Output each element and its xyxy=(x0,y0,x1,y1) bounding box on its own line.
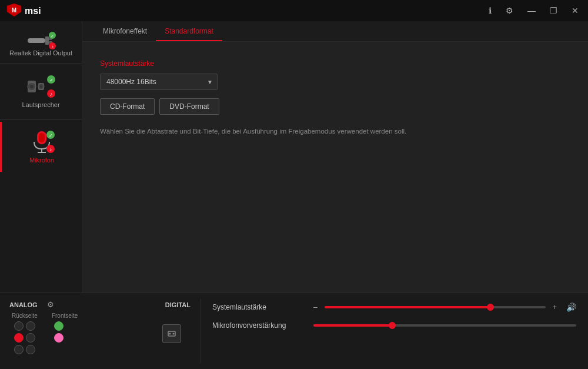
msi-logo-svg: M msi xyxy=(6,2,47,19)
minimize-button[interactable]: — xyxy=(524,5,539,16)
svg-point-16 xyxy=(40,85,42,88)
svg-rect-3 xyxy=(28,38,45,43)
system-volume-label: Systemlautstärke xyxy=(212,303,306,311)
dropdown-row: 48000Hz 16Bits 44100Hz 16Bits 48000Hz 24… xyxy=(100,74,570,90)
analog-gear-icon[interactable]: ⚙ xyxy=(47,300,54,309)
svg-text:M: M xyxy=(12,7,16,14)
description-text: Wählen Sie die Abtastrate und Bit-Tiefe,… xyxy=(100,127,570,137)
digital-port-box[interactable] xyxy=(162,324,181,343)
mic-boost-track[interactable] xyxy=(313,324,576,327)
svg-text:msi: msi xyxy=(25,6,41,16)
system-volume-slider-row: Systemlautstärke – + 🔊 xyxy=(212,302,576,312)
dvd-format-button[interactable]: DVD-Format xyxy=(159,98,219,115)
titlebar: M msi ℹ ⚙ — ❐ ✕ xyxy=(0,0,588,21)
svg-rect-22 xyxy=(39,133,45,142)
svg-text:✓: ✓ xyxy=(49,78,53,83)
cable-icon: ✓ ♪ xyxy=(26,32,56,49)
digital-port-icon xyxy=(167,329,176,338)
sidebar-item-lautsprecher[interactable]: ✓ ♪ Lautsprecher xyxy=(0,67,82,117)
svg-rect-4 xyxy=(45,36,49,45)
port-grid-row: Rückseite Frontseite xyxy=(9,313,191,354)
port-dot-r5[interactable] xyxy=(14,345,24,354)
bottom-left-panel: ANALOG ⚙ DIGITAL Rückseite xyxy=(0,293,200,369)
msi-logo: M msi xyxy=(6,2,47,19)
port-dot-r3[interactable] xyxy=(14,333,24,343)
rueckseite-col: Rückseite xyxy=(12,313,38,354)
close-button[interactable]: ✕ xyxy=(568,5,582,16)
digital-label: DIGITAL xyxy=(165,301,191,308)
settings-icon[interactable]: ⚙ xyxy=(502,5,517,16)
bottom-panel: ANALOG ⚙ DIGITAL Rückseite xyxy=(0,292,588,369)
sidebar-item-lautsprecher-label: Lautsprecher xyxy=(22,101,59,108)
svg-text:♪: ♪ xyxy=(51,44,54,49)
tab-mikrofoneffekt[interactable]: Mikrofoneffekt xyxy=(94,21,156,41)
svg-text:♪: ♪ xyxy=(49,147,52,152)
system-volume-fill xyxy=(325,306,490,308)
mic-boost-label: Mikrofonvorverstärkung xyxy=(212,321,306,330)
realtek-icon-svg: ✓ ♪ xyxy=(26,32,56,49)
frontseite-label: Frontseite xyxy=(52,313,78,319)
sidebar-item-realtek-label: Realtek Digital Output xyxy=(9,49,72,56)
bottom-right-panel: Systemlautstärke – + 🔊 Mikrofonvorverstä… xyxy=(201,293,588,369)
right-area: Mikrofoneffekt Standardformat Systemlaut… xyxy=(82,21,588,369)
dropdown-wrap: 48000Hz 16Bits 44100Hz 16Bits 48000Hz 24… xyxy=(100,74,218,90)
svg-point-30 xyxy=(169,333,171,334)
system-volume-minus[interactable]: – xyxy=(313,303,318,311)
port-dot-r2[interactable] xyxy=(26,321,35,331)
sample-rate-dropdown[interactable]: 48000Hz 16Bits 44100Hz 16Bits 48000Hz 24… xyxy=(100,74,218,90)
tab-standardformat[interactable]: Standardformat xyxy=(156,21,222,41)
sidebar-item-mikrofon[interactable]: ✓ ♪ Mikrofon xyxy=(0,122,82,172)
port-dot-r4[interactable] xyxy=(26,333,35,343)
analog-label: ANALOG xyxy=(9,301,38,308)
speaker-icon-svg: ✓ ♪ xyxy=(26,75,56,98)
main-layout: ✓ ♪ Realtek Digital Output xyxy=(0,21,588,369)
sidebar-item-realtek[interactable]: ✓ ♪ Realtek Digital Output xyxy=(0,27,82,61)
port-dot-r1[interactable] xyxy=(14,321,24,331)
restore-button[interactable]: ❐ xyxy=(546,5,561,16)
mic-boost-slider-row: Mikrofonvorverstärkung xyxy=(212,321,576,330)
system-volume-thumb[interactable] xyxy=(487,304,494,311)
frontseite-dots xyxy=(54,321,75,343)
mic-boost-fill xyxy=(313,324,392,327)
svg-point-31 xyxy=(173,333,175,334)
svg-text:✓: ✓ xyxy=(49,133,53,138)
frontseite-col: Frontseite xyxy=(52,313,78,343)
rueckseite-label: Rückseite xyxy=(12,313,38,319)
section-label-systemlautstaerke: Systemlautstärke xyxy=(100,59,570,68)
titlebar-controls: ℹ ⚙ — ❐ ✕ xyxy=(485,5,582,16)
analog-row: ANALOG ⚙ DIGITAL xyxy=(9,300,191,309)
system-volume-track[interactable] xyxy=(325,306,546,308)
system-volume-plus[interactable]: + xyxy=(553,303,557,311)
rueckseite-dots xyxy=(14,321,35,354)
sidebar-item-mikrofon-label: Mikrofon xyxy=(29,157,54,164)
mic-icon-svg: ✓ ♪ xyxy=(27,130,56,154)
speaker-volume-icon[interactable]: 🔊 xyxy=(566,302,576,312)
mic-boost-thumb[interactable] xyxy=(389,322,396,329)
format-buttons-row: CD-Format DVD-Format xyxy=(100,98,570,115)
svg-text:♪: ♪ xyxy=(49,91,52,97)
svg-text:✓: ✓ xyxy=(51,34,54,38)
cd-format-button[interactable]: CD-Format xyxy=(100,98,155,115)
port-dot-f2[interactable] xyxy=(54,333,64,343)
port-dot-f1[interactable] xyxy=(54,321,64,331)
port-dot-r6[interactable] xyxy=(26,345,35,354)
svg-point-13 xyxy=(30,85,34,88)
info-icon[interactable]: ℹ xyxy=(485,5,495,16)
nav-tabs-bar: Mikrofoneffekt Standardformat xyxy=(82,21,588,42)
